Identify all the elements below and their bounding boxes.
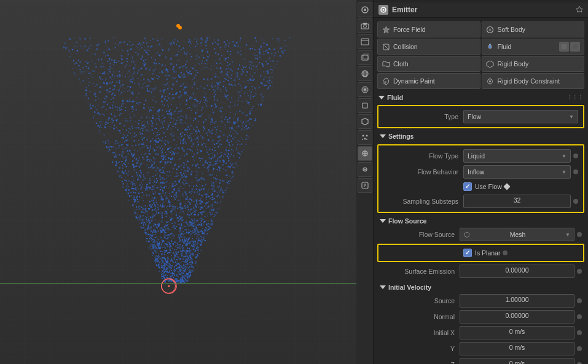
flow-behavior-control: Inflow ▼ [463,165,578,179]
rigid-body-constraint-button[interactable]: Rigid Body Constraint [482,73,585,89]
flow-behavior-select[interactable]: Inflow ▼ [463,165,571,179]
z-input[interactable]: 0 m/s [460,358,574,364]
flow-source-icon-inline: ⬡ [464,231,470,238]
is-planar-checkbox[interactable]: ✓ [463,249,472,257]
use-flow-row: ✓ Use Flow [381,180,581,193]
collision-label: Collision [393,43,418,50]
surface-emission-dot [577,269,582,274]
flow-type-row: Flow Type Liquid ▼ [381,148,581,164]
object-data-icon[interactable] [358,178,372,193]
initial-x-label: Initial X [380,329,460,336]
viewport-3d[interactable] [0,0,356,364]
svg-point-18 [362,139,363,140]
surface-emission-control: 0.00000 [460,265,582,278]
initial-x-input[interactable]: 0 m/s [460,326,574,339]
scene-icon[interactable] [358,66,372,81]
force-field-button[interactable]: Force Field [377,21,480,37]
emitter-icon [378,5,388,15]
soft-body-label: Soft Body [498,26,526,33]
settings-highlight-box: Flow Type Liquid ▼ Flow Behavior In [377,144,584,213]
flow-type-value: Liquid [468,152,485,160]
y-row: Y 0 m/s [377,341,584,357]
source-row-label: Source [380,297,460,304]
settings-header[interactable]: Settings [377,131,584,142]
svg-rect-5 [361,39,369,45]
particles-icon[interactable] [358,130,372,145]
sampling-substeps-row: Sampling Substeps 32 [381,193,581,209]
type-highlight-box: Type Flow ▼ [377,105,584,128]
pin-icon[interactable] [576,6,583,14]
surface-emission-input[interactable]: 0.00000 [460,265,574,278]
is-planar-label[interactable]: ✓ Is Planar [463,249,500,257]
modifier-icon[interactable] [358,114,372,129]
rigid-body-button[interactable]: Rigid Body [482,56,585,72]
initial-velocity-header[interactable]: Initial Velocity [377,282,584,293]
flow-behavior-chevron: ▼ [562,169,566,175]
source-dot [577,298,582,303]
collision-icon [382,42,390,51]
fluid-section-label: Fluid [387,94,403,101]
fluid-button[interactable]: Fluid [482,39,585,55]
output-icon[interactable] [358,34,372,49]
type-label: Type [383,113,463,120]
type-select[interactable]: Flow ▼ [463,110,578,123]
y-input[interactable]: 0 m/s [460,342,574,355]
flow-source-chevron: ▼ [565,232,570,238]
svg-point-17 [366,135,367,137]
physics-icon[interactable] [358,146,372,161]
settings-label: Settings [388,133,414,140]
flow-source-control: ⬡ Mesh ▼ [460,228,582,241]
svg-line-33 [383,44,389,50]
use-flow-checkbox[interactable]: ✓ [463,182,472,191]
cloth-button[interactable]: Cloth [377,56,480,72]
z-label: Z [380,361,460,364]
soft-body-button[interactable]: Soft Body [482,21,585,37]
object-icon[interactable] [358,98,372,113]
type-control: Flow ▼ [463,110,578,123]
normal-label: Normal [380,313,460,320]
normal-dot [577,314,582,319]
use-flow-label[interactable]: ✓ Use Flow [463,182,502,191]
dynamic-paint-icon [382,77,390,85]
y-dot [577,346,582,351]
source-input[interactable]: 1.00000 [460,294,574,308]
type-row: Type Flow ▼ [381,109,581,125]
panel-title-text: Emitter [392,6,417,14]
z-row: Z 0 m/s [377,357,584,364]
3d-cursor [161,279,176,293]
is-planar-checkmark: ✓ [465,250,470,256]
constraints-icon[interactable] [358,162,372,177]
z-control: 0 m/s [460,358,582,364]
camera-icon[interactable] [358,18,372,33]
flow-type-select[interactable]: Liquid ▼ [463,149,571,163]
sampling-substeps-control: 32 [463,195,578,208]
initial-velocity-collapse-icon [380,285,386,289]
normal-input[interactable]: 0.00000 [460,310,574,323]
render-icon[interactable] [358,2,372,17]
settings-collapse-icon [380,134,386,138]
svg-point-13 [364,88,366,91]
view-layer-icon[interactable] [358,50,372,65]
rigid-body-constraint-icon [486,77,495,85]
force-field-label: Force Field [393,26,426,33]
fluid-section: Fluid ⋮⋮⋮ Type Flow ▼ Setti [377,93,584,364]
fluid-section-header[interactable]: Fluid ⋮⋮⋮ [377,93,584,103]
world-icon[interactable] [358,82,372,97]
svg-point-29 [383,9,385,11]
dynamic-paint-button[interactable]: Dynamic Paint [377,73,480,89]
normal-row: Normal 0.00000 [377,309,584,325]
flow-behavior-dot [573,169,578,174]
sampling-substeps-input[interactable]: 32 [463,195,571,208]
initial-velocity-label: Initial Velocity [388,284,431,291]
use-flow-diamond [503,183,510,190]
sampling-substeps-dot [573,199,578,204]
type-chevron: ▼ [569,114,574,120]
soft-body-icon [486,25,495,34]
initial-x-control: 0 m/s [460,326,582,339]
collision-button[interactable]: Collision [377,39,480,55]
flow-source-header[interactable]: Flow Source [377,215,584,227]
rigid-body-constraint-label: Rigid Body Constraint [498,77,560,85]
flow-source-select[interactable]: ⬡ Mesh ▼ [460,228,574,241]
svg-point-15 [362,135,364,137]
fluid-extra-icon-2 [570,42,580,52]
